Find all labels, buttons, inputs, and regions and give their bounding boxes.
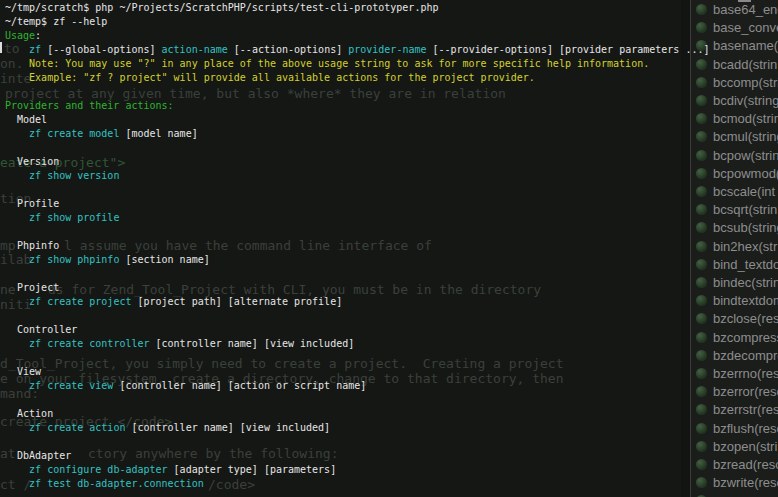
terminal-text-cyan: zf create project	[29, 296, 131, 307]
terminal-text-white: Phpinfo	[5, 240, 59, 251]
terminal-line: Phpinfo	[0, 239, 778, 253]
terminal-line	[0, 225, 778, 239]
terminal-text-yellow: Note: You may use "?" in any place of th…	[5, 58, 649, 69]
terminal-text-white	[5, 380, 29, 391]
terminal-text-white: [controller name] [view included]	[150, 338, 355, 349]
terminal-text-white: [model name]	[119, 128, 197, 139]
terminal-text-cyan: zf show phpinfo	[29, 254, 119, 265]
terminal-line: Profile	[0, 197, 778, 211]
terminal-output: ~/tmp/scratch$ php ~/Projects/ScratchPHP…	[0, 0, 778, 491]
terminal-text-white: [--global-options]	[41, 44, 161, 55]
terminal-text-white: View	[5, 366, 41, 377]
terminal-line: Version	[0, 155, 778, 169]
terminal-text-white	[5, 170, 29, 181]
terminal-text-white: DbAdapter	[5, 450, 71, 461]
terminal-text-white: ~/tmp/scratch$ php ~/Projects/ScratchPHP…	[5, 2, 438, 13]
terminal-line	[0, 393, 778, 407]
terminal-line: Providers and their actions:	[0, 99, 778, 113]
terminal-text-white: [project path] [alternate profile]	[131, 296, 342, 307]
terminal-text-cyan: zf	[29, 44, 41, 55]
terminal-text-white: [controller name] [view included]	[125, 422, 330, 433]
terminal-text-white	[5, 338, 29, 349]
terminal-line: Project	[0, 281, 778, 295]
terminal-text-white: Controller	[5, 324, 77, 335]
terminal-line: ~/temp$ zf --help	[0, 15, 778, 29]
terminal-text-white	[5, 128, 29, 139]
terminal-line	[0, 183, 778, 197]
terminal-text-white: Model	[5, 114, 47, 125]
terminal-text-cyan: zf create model	[29, 128, 119, 139]
terminal-text-green: Usage	[5, 30, 35, 41]
terminal-text-white: [adapter type] [parameters]	[168, 464, 337, 475]
terminal-text-white: Version	[5, 156, 59, 167]
terminal-text-cyan: zf show profile	[29, 212, 119, 223]
terminal-line: zf show profile	[0, 211, 778, 225]
terminal-text-white	[5, 296, 29, 307]
terminal-line	[0, 351, 778, 365]
terminal-line: zf test db-adapter.connection	[0, 477, 778, 491]
terminal-line: zf create view [controller name] [action…	[0, 379, 778, 393]
terminal-line	[0, 309, 778, 323]
list-item[interactable]	[691, 493, 778, 497]
terminal-line: View	[0, 365, 778, 379]
terminal-line: zf create model [model name]	[0, 127, 778, 141]
terminal-text-white: [section name]	[119, 254, 209, 265]
terminal-text-white: :	[35, 30, 41, 41]
terminal-line: zf configure db-adapter [adapter type] […	[0, 463, 778, 477]
terminal-text-cyan: zf configure db-adapter	[29, 464, 167, 475]
terminal-text-white: [--action-options]	[228, 44, 348, 55]
terminal-text-white	[5, 478, 29, 489]
terminal-text-yellow: Example: "zf ? project" will provide all…	[5, 72, 535, 83]
terminal-text-white	[5, 422, 29, 433]
terminal-text-cyan: zf test db-adapter.connection	[29, 478, 204, 489]
terminal-line: Example: "zf ? project" will provide all…	[0, 71, 778, 85]
terminal-line: zf create project [project path] [altern…	[0, 295, 778, 309]
terminal-line	[0, 435, 778, 449]
terminal-text-white: [--provider-options] [provider parameter…	[427, 44, 710, 55]
terminal-text-white: Action	[5, 408, 53, 419]
terminal-text-cyan: zf create view	[29, 380, 113, 391]
terminal-line: zf [--global-options] action-name [--act…	[0, 43, 778, 57]
terminal-line: zf create action [controller name] [view…	[0, 421, 778, 435]
terminal-line: Note: You may use "?" in any place of th…	[0, 57, 778, 71]
terminal-text-white	[5, 44, 29, 55]
terminal-text-cyan: provider-name	[348, 44, 426, 55]
terminal-line	[0, 267, 778, 281]
terminal-text-cyan: zf create action	[29, 422, 125, 433]
terminal-line: Usage:	[0, 29, 778, 43]
screen: toon.inteproject at any given time, but …	[0, 0, 778, 497]
terminal-cursor	[0, 42, 2, 53]
terminal-text-cyan: action-name	[162, 44, 228, 55]
terminal-text-white: ~/temp$ zf --help	[5, 16, 107, 27]
terminal-line	[0, 141, 778, 155]
terminal-text-white	[5, 254, 29, 265]
terminal-text-green: Providers and their actions:	[5, 100, 174, 111]
terminal-line: Controller	[0, 323, 778, 337]
terminal-line: zf show version	[0, 169, 778, 183]
terminal-text-cyan: zf show version	[29, 170, 119, 181]
terminal-line: ~/tmp/scratch$ php ~/Projects/ScratchPHP…	[0, 1, 778, 15]
terminal-text-cyan: zf create controller	[29, 338, 149, 349]
terminal-text-white: Profile	[5, 198, 59, 209]
terminal-line: Model	[0, 113, 778, 127]
terminal-text-white: Project	[5, 282, 59, 293]
terminal-text-white: [controller name] [action or script name…	[113, 380, 366, 391]
terminal-line	[0, 85, 778, 99]
terminal-line: Action	[0, 407, 778, 421]
terminal-text-white	[5, 464, 29, 475]
terminal-text-white	[5, 212, 29, 223]
terminal-line: zf show phpinfo [section name]	[0, 253, 778, 267]
terminal-line: zf create controller [controller name] […	[0, 337, 778, 351]
terminal-line: DbAdapter	[0, 449, 778, 463]
